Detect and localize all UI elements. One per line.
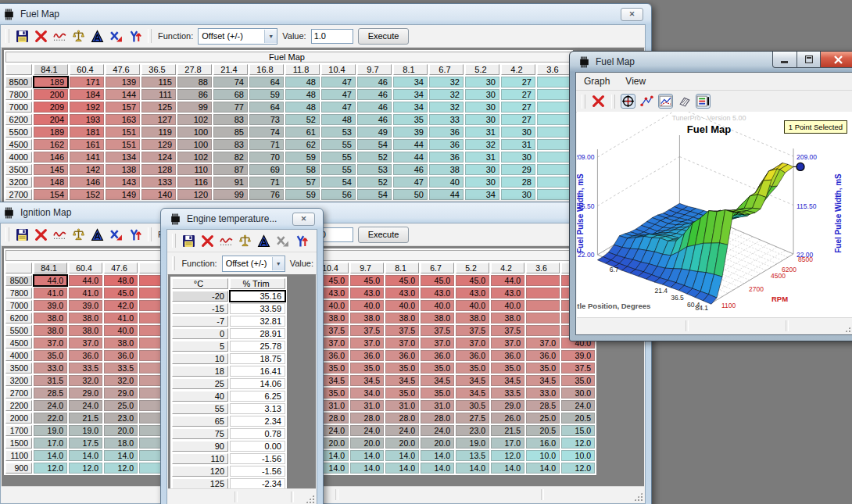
cell[interactable]: 18.0 bbox=[104, 438, 138, 449]
normalize-icon[interactable] bbox=[91, 30, 104, 43]
col-header[interactable]: 6.7 bbox=[421, 263, 454, 273]
cell[interactable]: 21.5 bbox=[69, 413, 102, 424]
cell[interactable]: 35 bbox=[393, 114, 428, 125]
cell[interactable]: 33.5 bbox=[491, 388, 524, 399]
cell[interactable]: 33.5 bbox=[69, 363, 102, 374]
cell[interactable]: 34 bbox=[393, 77, 428, 88]
cell[interactable]: 28.91 bbox=[230, 328, 285, 339]
row-header[interactable]: 120 bbox=[172, 466, 228, 477]
cell[interactable]: 184 bbox=[70, 89, 104, 100]
cell[interactable]: 24.0 bbox=[561, 400, 595, 411]
cell[interactable]: 37.0 bbox=[456, 338, 489, 349]
cell[interactable]: 36 bbox=[429, 139, 464, 150]
row-header[interactable]: 10 bbox=[172, 353, 228, 364]
cell[interactable]: 54 bbox=[357, 139, 392, 150]
cell[interactable]: 146 bbox=[70, 177, 104, 188]
cell[interactable]: 22.0 bbox=[34, 413, 67, 424]
cell[interactable]: 39.0 bbox=[561, 350, 595, 361]
cell[interactable]: 34.5 bbox=[385, 375, 419, 386]
cell[interactable]: 151 bbox=[106, 139, 140, 150]
cell[interactable]: 30 bbox=[465, 114, 499, 125]
col-header[interactable]: 47.6 bbox=[106, 64, 140, 75]
cell[interactable]: 14.0 bbox=[69, 450, 102, 461]
col-header[interactable]: 8.1 bbox=[393, 64, 428, 75]
cell[interactable]: 110 bbox=[177, 164, 212, 175]
legend-icon[interactable] bbox=[696, 95, 710, 108]
cell[interactable]: 31.0 bbox=[350, 400, 384, 411]
cell[interactable]: 53 bbox=[357, 164, 392, 175]
cell[interactable]: 33.5 bbox=[104, 363, 138, 374]
trace-icon[interactable] bbox=[220, 234, 233, 248]
cell[interactable]: 37.0 bbox=[421, 338, 454, 349]
row-header[interactable]: 900 bbox=[5, 463, 32, 474]
cell[interactable]: 28.5 bbox=[34, 388, 67, 399]
cell[interactable]: 102 bbox=[177, 114, 212, 125]
cell[interactable]: 32 bbox=[429, 102, 464, 113]
execute-button[interactable]: Execute bbox=[358, 227, 410, 243]
cell[interactable]: 37.5 bbox=[491, 325, 524, 336]
cell[interactable]: 28.0 bbox=[385, 413, 419, 424]
cell[interactable]: 37.0 bbox=[526, 338, 560, 349]
cell[interactable]: 38.0 bbox=[421, 313, 454, 323]
cell[interactable]: 45.0 bbox=[421, 275, 454, 286]
col-header[interactable]: 60.4 bbox=[69, 263, 102, 273]
cell[interactable]: 37.0 bbox=[350, 338, 384, 349]
cell[interactable]: 58 bbox=[285, 164, 320, 175]
cell[interactable]: 140 bbox=[141, 189, 176, 200]
cell[interactable]: 24.0 bbox=[421, 425, 454, 436]
cell[interactable]: 87 bbox=[213, 164, 248, 175]
cell[interactable]: 86 bbox=[177, 89, 212, 100]
row-header[interactable]: 4500 bbox=[5, 338, 32, 349]
row-header[interactable]: 18 bbox=[172, 366, 228, 377]
col-header[interactable]: 5.2 bbox=[456, 263, 489, 273]
cell[interactable]: 36.0 bbox=[104, 350, 138, 361]
cell[interactable] bbox=[537, 102, 571, 113]
row-header[interactable]: 5500 bbox=[5, 325, 32, 336]
cell[interactable]: 40.0 bbox=[491, 300, 524, 311]
cell[interactable]: 29.0 bbox=[69, 388, 102, 399]
cell[interactable]: 200 bbox=[34, 89, 68, 100]
cell[interactable]: 32.0 bbox=[69, 375, 102, 386]
cell[interactable]: 39.0 bbox=[34, 300, 67, 311]
cell[interactable]: 61 bbox=[285, 127, 320, 138]
cell[interactable]: 23.0 bbox=[456, 425, 489, 436]
cell[interactable]: 46 bbox=[357, 102, 392, 113]
cell[interactable]: 70 bbox=[249, 152, 284, 163]
cell[interactable]: 52 bbox=[285, 114, 320, 125]
row-header[interactable]: 3500 bbox=[5, 164, 32, 175]
cell[interactable]: 157 bbox=[106, 102, 140, 113]
cell[interactable]: 30 bbox=[465, 89, 499, 100]
cell[interactable]: 37.5 bbox=[350, 325, 384, 336]
cell[interactable]: 161 bbox=[70, 139, 104, 150]
cell[interactable]: 74 bbox=[249, 127, 284, 138]
cell[interactable]: 41.0 bbox=[34, 288, 67, 298]
cell[interactable]: 37.5 bbox=[421, 325, 454, 336]
col-header[interactable]: 36.5 bbox=[141, 64, 176, 75]
row-header[interactable]: 6200 bbox=[5, 114, 32, 125]
row-header[interactable]: 8500 bbox=[5, 77, 32, 88]
cell[interactable]: 34 bbox=[393, 102, 428, 113]
cell[interactable]: 38.0 bbox=[34, 325, 67, 336]
cell[interactable]: 32 bbox=[429, 89, 464, 100]
col-header[interactable]: 11.8 bbox=[285, 64, 320, 75]
row-header[interactable]: 75 bbox=[172, 428, 228, 439]
cell[interactable]: 14.0 bbox=[421, 463, 454, 474]
cell[interactable]: 30 bbox=[465, 177, 499, 188]
cell[interactable]: 10.0 bbox=[561, 450, 595, 461]
cell[interactable]: 59 bbox=[249, 89, 284, 100]
y-axis-icon[interactable] bbox=[128, 228, 141, 241]
cell[interactable]: 64 bbox=[249, 102, 284, 113]
cell[interactable]: 36.0 bbox=[491, 350, 524, 361]
cell[interactable]: 44 bbox=[393, 139, 428, 150]
cell[interactable]: 40.0 bbox=[104, 325, 138, 336]
cell[interactable]: 29.0 bbox=[491, 400, 524, 411]
engine-window-titlebar[interactable]: Engine temperature... ✕ bbox=[166, 209, 317, 229]
cell[interactable]: 16.0 bbox=[526, 438, 560, 449]
row-header[interactable]: 7800 bbox=[5, 288, 32, 298]
resize-grip[interactable] bbox=[634, 492, 643, 501]
row-header[interactable]: 2700 bbox=[5, 388, 32, 399]
cell[interactable]: 40.0 bbox=[421, 300, 454, 311]
cell[interactable]: 48 bbox=[321, 114, 356, 125]
cell[interactable]: 38.0 bbox=[385, 313, 419, 323]
trace-icon[interactable] bbox=[53, 30, 66, 43]
